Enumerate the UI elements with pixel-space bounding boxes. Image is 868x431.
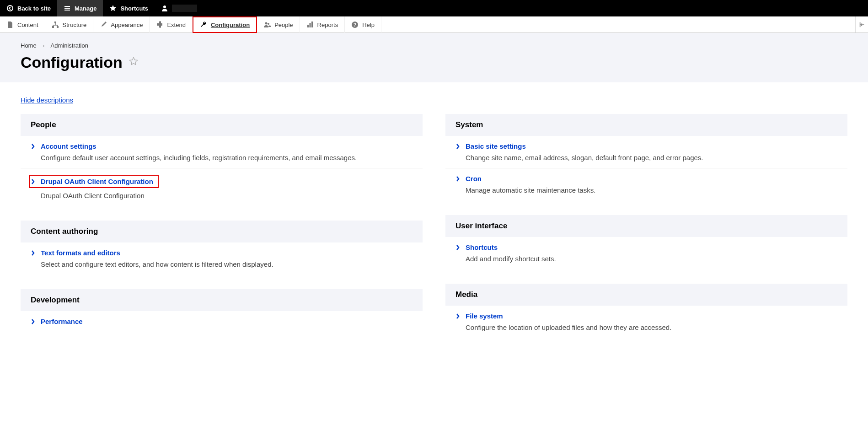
- chevron-right-icon: [31, 144, 36, 149]
- chevron-right-icon: [31, 250, 36, 256]
- list-item: Performance: [21, 311, 423, 332]
- hide-descriptions-link[interactable]: Hide descriptions: [21, 96, 73, 104]
- toolbar-extend[interactable]: Extend: [150, 16, 192, 33]
- back-icon: [6, 5, 14, 12]
- svg-rect-11: [309, 23, 311, 27]
- right-column: System Basic site settings Change site n…: [445, 114, 847, 352]
- section-head-development: Development: [21, 289, 423, 311]
- svg-rect-10: [307, 25, 309, 27]
- link-account-settings[interactable]: Account settings: [31, 142, 423, 150]
- shortcuts-button[interactable]: Shortcuts: [103, 0, 155, 16]
- main-content: Hide descriptions People Account setting…: [0, 82, 868, 366]
- star-outline-icon: [129, 57, 138, 66]
- item-description: Change site name, email address, slogan,…: [466, 154, 847, 162]
- section-development: Development Performance: [21, 289, 423, 332]
- toolbar-people[interactable]: People: [257, 16, 300, 33]
- svg-point-8: [265, 22, 268, 25]
- svg-rect-5: [54, 22, 56, 23]
- menu-icon: [64, 5, 71, 12]
- left-column: People Account settings Configure defaul…: [21, 114, 423, 352]
- list-item: Basic site settings Change site name, em…: [445, 136, 847, 168]
- wrench-icon: [200, 21, 207, 28]
- user-menu-button[interactable]: [155, 0, 204, 16]
- link-file-system[interactable]: File system: [455, 312, 847, 320]
- section-people: People Account settings Configure defaul…: [21, 114, 423, 206]
- svg-rect-1: [64, 6, 70, 7]
- section-head-people: People: [21, 114, 423, 136]
- svg-rect-12: [311, 22, 313, 27]
- breadcrumb: Home › Administration: [21, 42, 847, 49]
- user-icon: [161, 5, 168, 12]
- section-head-content-authoring: Content authoring: [21, 221, 423, 242]
- manage-button[interactable]: Manage: [57, 0, 103, 16]
- link-basic-site-settings[interactable]: Basic site settings: [455, 142, 847, 150]
- extend-icon: [156, 21, 163, 28]
- chevron-right-icon: [455, 176, 461, 182]
- chevron-right-icon: [455, 245, 461, 250]
- section-head-media: Media: [445, 284, 847, 306]
- toolbar-content[interactable]: Content: [0, 16, 45, 33]
- back-to-site-button[interactable]: Back to site: [0, 0, 57, 16]
- page-header: Home › Administration Configuration: [0, 33, 868, 82]
- list-item: Drupal OAuth Client Configuration Drupal…: [21, 168, 423, 206]
- link-shortcuts[interactable]: Shortcuts: [455, 243, 847, 251]
- star-icon: [109, 5, 117, 12]
- item-description: Manage automatic site maintenance tasks.: [466, 186, 847, 194]
- link-performance[interactable]: Performance: [31, 318, 423, 325]
- svg-point-4: [163, 5, 166, 8]
- page-title: Configuration: [21, 54, 847, 71]
- user-name-redacted: [172, 5, 197, 12]
- list-item: Cron Manage automatic site maintenance t…: [445, 168, 847, 200]
- list-item: Shortcuts Add and modify shortcut sets.: [445, 237, 847, 269]
- people-icon: [263, 21, 271, 28]
- toolbar-reports[interactable]: Reports: [300, 16, 345, 33]
- svg-point-9: [268, 23, 269, 25]
- favorite-star-button[interactable]: [129, 57, 138, 69]
- reports-icon: [306, 21, 314, 28]
- link-drupal-oauth-client[interactable]: Drupal OAuth Client Configuration: [29, 175, 159, 188]
- section-head-user-interface: User interface: [445, 215, 847, 237]
- content-icon: [6, 21, 14, 28]
- help-icon: ?: [351, 21, 359, 28]
- toolbar-appearance[interactable]: Appearance: [93, 16, 150, 33]
- list-item: Account settings Configure default user …: [21, 136, 423, 168]
- shortcuts-label: Shortcuts: [120, 5, 148, 12]
- item-description: Configure the location of uploaded files…: [466, 323, 847, 331]
- breadcrumb-home[interactable]: Home: [21, 42, 37, 49]
- list-item: Text formats and editors Select and conf…: [21, 242, 423, 275]
- collapse-icon: [859, 22, 865, 28]
- link-cron[interactable]: Cron: [455, 175, 847, 183]
- svg-point-0: [7, 5, 13, 11]
- item-description: Configure default user account settings,…: [41, 154, 423, 162]
- section-media: Media File system Configure the location…: [445, 284, 847, 338]
- chevron-right-icon: [31, 179, 36, 184]
- toolbar-collapse-button[interactable]: [855, 16, 868, 32]
- manage-label: Manage: [75, 5, 96, 12]
- section-system: System Basic site settings Change site n…: [445, 114, 847, 200]
- item-description: Add and modify shortcut sets.: [466, 255, 847, 263]
- chevron-right-icon: [455, 313, 461, 319]
- toolbar-configuration[interactable]: Configuration: [193, 16, 257, 33]
- back-label: Back to site: [17, 5, 51, 12]
- structure-icon: [52, 21, 59, 28]
- breadcrumb-admin[interactable]: Administration: [51, 42, 88, 49]
- section-head-system: System: [445, 114, 847, 136]
- chevron-right-icon: [31, 319, 36, 324]
- chevron-right-icon: ›: [43, 42, 44, 49]
- section-user-interface: User interface Shortcuts Add and modify …: [445, 215, 847, 269]
- topbar: Back to site Manage Shortcuts: [0, 0, 868, 16]
- svg-rect-3: [64, 10, 70, 11]
- chevron-right-icon: [455, 144, 461, 149]
- item-description: Select and configure text editors, and h…: [41, 260, 423, 268]
- section-content-authoring: Content authoring Text formats and edito…: [21, 221, 423, 275]
- appearance-icon: [100, 21, 107, 28]
- svg-rect-7: [57, 26, 59, 28]
- svg-text:?: ?: [354, 22, 356, 27]
- toolbar-structure[interactable]: Structure: [45, 16, 94, 33]
- item-description: Drupal OAuth Client Configuration: [41, 192, 423, 199]
- link-text-formats[interactable]: Text formats and editors: [31, 249, 423, 257]
- list-item: File system Configure the location of up…: [445, 306, 847, 338]
- admin-toolbar: Content Structure Appearance Extend Conf…: [0, 16, 868, 33]
- svg-rect-2: [64, 8, 70, 9]
- toolbar-help[interactable]: ? Help: [345, 16, 381, 33]
